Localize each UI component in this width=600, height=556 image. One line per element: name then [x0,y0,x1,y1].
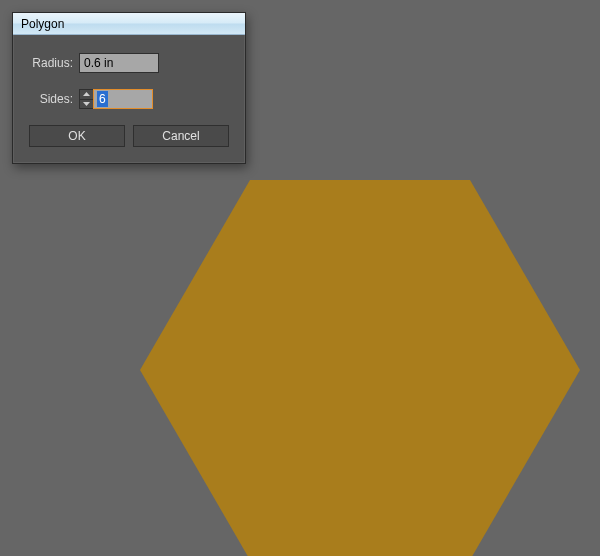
dialog-body: Radius: Sides: 6 [13,35,245,163]
sides-step-down[interactable] [80,100,93,109]
radius-input[interactable] [79,53,159,73]
sides-value: 6 [97,91,108,107]
svg-marker-2 [83,102,90,106]
dialog-titlebar[interactable]: Polygon [13,13,245,35]
sides-spinner [79,89,93,109]
cancel-button[interactable]: Cancel [133,125,229,147]
svg-marker-1 [83,92,90,96]
radius-input-wrap [79,53,159,73]
sides-input-wrap: 6 [79,89,153,109]
radius-row: Radius: [29,53,229,73]
radius-label: Radius: [29,56,79,70]
sides-step-up[interactable] [80,90,93,100]
sides-input[interactable]: 6 [93,89,153,109]
sides-label: Sides: [37,92,79,106]
hexagon-shape [140,180,580,556]
svg-marker-0 [140,180,580,556]
dialog-button-row: OK Cancel [29,125,229,147]
ok-button[interactable]: OK [29,125,125,147]
polygon-dialog: Polygon Radius: Sides: 6 [12,12,246,164]
sides-row: Sides: 6 [29,89,229,109]
dialog-title: Polygon [21,17,64,31]
